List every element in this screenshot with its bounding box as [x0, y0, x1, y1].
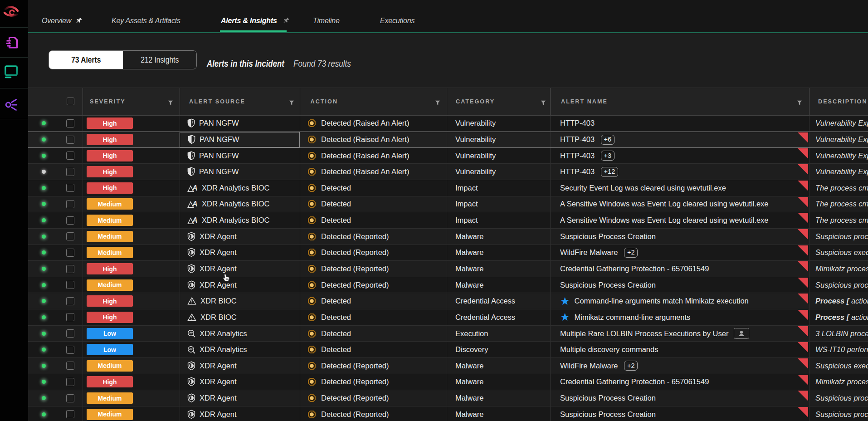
svg-text:A: A [192, 184, 198, 191]
svg-text:A: A [192, 200, 198, 208]
svg-text:A: A [192, 216, 198, 224]
